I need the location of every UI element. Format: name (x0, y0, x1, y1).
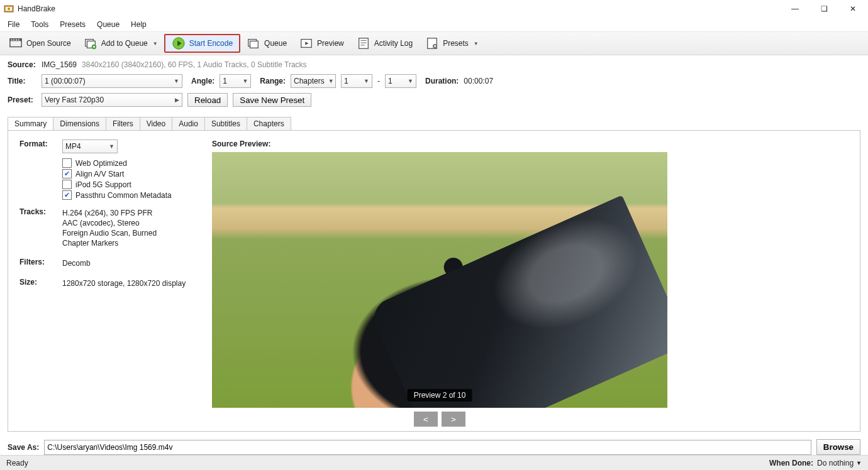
chevron-down-icon: ▼ (364, 78, 369, 84)
when-done-value: Do nothing (817, 459, 854, 467)
tracks-line-0: H.264 (x264), 30 FPS PFR (62, 209, 197, 217)
align-av-label: Align A/V Start (75, 170, 124, 178)
web-optimized-checkbox[interactable]: Web Optimized (62, 158, 197, 168)
angle-value: 1 (223, 77, 227, 85)
title-bar: HandBrake — ❏ ✕ (0, 0, 868, 18)
tab-summary[interactable]: Summary (8, 117, 53, 130)
web-optimized-label: Web Optimized (75, 159, 127, 168)
svg-rect-15 (250, 41, 259, 48)
menu-tools[interactable]: Tools (26, 19, 53, 30)
menu-presets[interactable]: Presets (55, 19, 91, 30)
tab-subtitles[interactable]: Subtitles (204, 117, 247, 130)
title-label: Title: (8, 77, 36, 85)
app-icon (4, 4, 14, 14)
tab-video[interactable]: Video (140, 117, 172, 130)
tabstrip: Summary Dimensions Filters Video Audio S… (8, 117, 860, 130)
title-value: 1 (00:00:07) (45, 77, 86, 85)
svg-rect-6 (13, 40, 14, 41)
chevron-down-icon: ▼ (474, 41, 479, 46)
source-name: IMG_1569 (42, 60, 77, 69)
range-from-value: 1 (344, 77, 348, 85)
preset-row: Preset: Very Fast 720p30 ▶ Reload Save N… (8, 93, 860, 107)
svg-rect-8 (18, 40, 19, 41)
tracks-line-1: AAC (avcodec), Stereo (62, 219, 197, 227)
range-label: Range: (260, 77, 286, 85)
preview-button[interactable]: Preview (293, 34, 350, 53)
preview-caption: Preview 2 of 10 (408, 389, 472, 402)
range-from-select[interactable]: 1 ▼ (341, 74, 372, 88)
tab-dimensions[interactable]: Dimensions (53, 117, 106, 130)
tracks-label: Tracks: (19, 207, 62, 216)
source-label: Source: (8, 60, 36, 69)
when-done-select[interactable]: Do nothing ▼ (817, 459, 862, 467)
tracks-line-2: Foreign Audio Scan, Burned (62, 229, 197, 238)
ipod-checkbox[interactable]: iPod 5G Support (62, 180, 197, 189)
duration-value: 00:00:07 (464, 77, 493, 85)
angle-select[interactable]: 1 ▼ (220, 74, 251, 88)
start-encode-button[interactable]: Start Encode (164, 34, 240, 53)
range-type-select[interactable]: Chapters ▼ (291, 74, 336, 88)
add-to-queue-label: Add to Queue (101, 39, 148, 48)
passthru-label: Passthru Common Metadata (75, 191, 172, 200)
preview-icon (299, 36, 313, 50)
start-encode-label: Start Encode (189, 39, 233, 48)
preset-select[interactable]: Very Fast 720p30 ▶ (42, 93, 182, 107)
checkbox-icon (62, 180, 72, 189)
save-new-preset-button[interactable]: Save New Preset (233, 93, 311, 107)
presets-icon (425, 36, 439, 50)
format-label: Format: (19, 139, 62, 148)
tab-filters[interactable]: Filters (106, 117, 140, 130)
activity-log-label: Activity Log (374, 39, 413, 48)
save-as-label: Save As: (8, 443, 39, 452)
menu-bar: File Tools Presets Queue Help (0, 18, 868, 31)
preset-value: Very Fast 720p30 (45, 96, 104, 104)
preset-label: Preset: (8, 96, 36, 104)
add-queue-icon (84, 36, 97, 50)
chevron-down-icon: ▼ (242, 78, 248, 84)
presets-button[interactable]: Presets ▼ (419, 34, 485, 53)
preview-next-button[interactable]: > (442, 412, 465, 427)
window-minimize-button[interactable]: — (781, 1, 809, 17)
open-source-button[interactable]: Open Source (3, 34, 77, 53)
range-to-select[interactable]: 1 ▼ (385, 74, 416, 88)
format-select[interactable]: MP4 ▼ (62, 139, 118, 153)
ipod-label: iPod 5G Support (75, 180, 131, 189)
source-row: Source: IMG_1569 3840x2160 (3840x2160), … (8, 60, 860, 69)
browse-button[interactable]: Browse (816, 439, 860, 455)
preview-prev-button[interactable]: < (414, 412, 438, 427)
reload-preset-button[interactable]: Reload (187, 93, 228, 107)
presets-label: Presets (443, 39, 469, 48)
size-label: Size: (19, 278, 62, 287)
angle-label: Angle: (191, 77, 214, 85)
film-open-icon (9, 36, 23, 50)
menu-file[interactable]: File (3, 19, 25, 30)
checkbox-checked-icon (62, 169, 72, 178)
menu-help[interactable]: Help (126, 19, 152, 30)
svg-point-2 (8, 8, 10, 10)
svg-rect-5 (11, 40, 13, 41)
chevron-down-icon: ▼ (153, 41, 158, 46)
activity-log-button[interactable]: Activity Log (350, 34, 419, 53)
tab-chapters[interactable]: Chapters (247, 117, 291, 130)
range-type-value: Chapters (294, 77, 325, 85)
save-as-path-input[interactable] (44, 440, 811, 455)
open-source-label: Open Source (26, 39, 71, 48)
window-maximize-button[interactable]: ❏ (810, 1, 838, 17)
queue-icon (247, 36, 260, 50)
filters-value: Decomb (62, 259, 197, 268)
tab-audio[interactable]: Audio (172, 117, 205, 130)
range-to-value: 1 (388, 77, 392, 85)
passthru-checkbox[interactable]: Passthru Common Metadata (62, 190, 197, 200)
window-close-button[interactable]: ✕ (839, 1, 867, 17)
chevron-down-icon: ▼ (408, 78, 413, 84)
add-to-queue-button[interactable]: Add to Queue ▼ (77, 34, 164, 53)
queue-button[interactable]: Queue (240, 34, 293, 53)
menu-queue[interactable]: Queue (92, 19, 125, 30)
checkbox-icon (62, 158, 72, 168)
source-preview-label: Source Preview: (212, 139, 667, 148)
tracks-line-3: Chapter Markers (62, 239, 197, 248)
chevron-down-icon: ▼ (856, 460, 862, 466)
svg-point-24 (434, 45, 436, 47)
title-select[interactable]: 1 (00:00:07) ▼ (42, 74, 182, 88)
align-av-checkbox[interactable]: Align A/V Start (62, 169, 197, 178)
